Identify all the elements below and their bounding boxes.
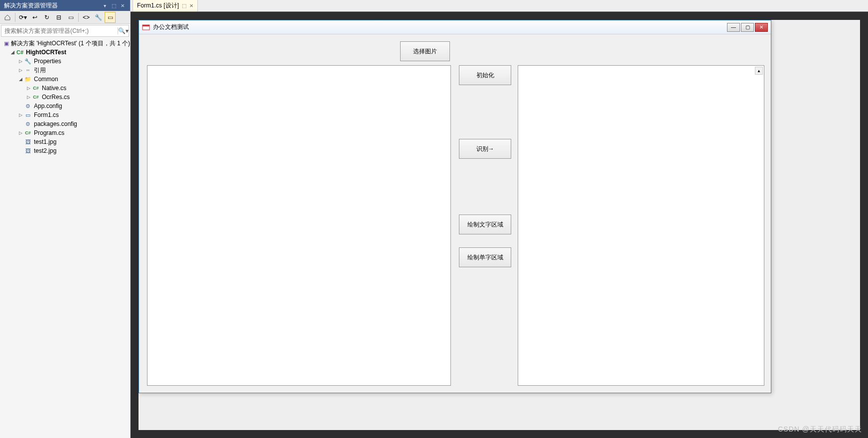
tree-label: test2.jpg [34,147,56,154]
config-file-icon: ⚙ [24,120,32,128]
window-controls: — ▢ ✕ [727,23,768,32]
close-icon[interactable]: ✕ [189,3,193,8]
tree-label: Native.cs [42,85,66,92]
chevron-right-icon[interactable]: ▷ [17,58,24,65]
pin-icon[interactable]: ⬚ [182,3,186,8]
chevron-right-icon[interactable]: ▷ [17,129,24,136]
solution-explorer-toolbar: ⟳▾ ↩ ↻ ⊟ ▭ <> 🔧 ▭ [0,11,130,24]
chevron-down-icon[interactable]: ◢ [9,49,16,56]
winform-title-text: 办公文档测试 [153,23,189,31]
button-label: 绘制单字区域 [467,253,503,262]
tree-file-ocrres[interactable]: ▷ C# OcrRes.cs [0,93,130,102]
csharp-file-icon: C# [24,129,32,137]
winform-client-area[interactable]: 选择图片 初始化 识别→ 绘制文字区域 绘制单字区域 ▲ [139,34,771,393]
tree-file-test1[interactable]: ▷ 🖼 test1.jpg [0,137,130,146]
tree-solution-node[interactable]: ▣ 解决方案 'HightOCRTest' (1 个项目，共 1 个) [0,39,130,48]
tree-label: test1.jpg [34,138,56,145]
show-all-icon[interactable]: ▭ [65,12,76,23]
folder-icon: 📁 [24,75,32,83]
winform-window[interactable]: 办公文档测试 — ▢ ✕ 选择图片 初始化 识别→ [139,20,771,393]
panel-title-controls: ▾ ⬚ ✕ [101,2,126,9]
chevron-right-icon[interactable]: ▷ [17,67,24,74]
maximize-button[interactable]: ▢ [741,23,754,32]
solution-explorer-title: 解决方案资源管理器 [4,1,58,10]
toolbar-separator [15,13,15,22]
solution-icon: ▣ [4,39,9,47]
image-panel[interactable] [147,65,451,386]
refresh-icon[interactable]: ⟳▾ [17,12,28,23]
app-icon [142,23,150,31]
tree-label: App.config [34,103,62,110]
document-tabstrip: Form1.cs [设计] ⬚ ✕ [131,0,868,12]
search-icon[interactable]: 🔍▾ [118,27,129,34]
csharp-file-icon: C# [32,93,40,101]
tree-label: 引用 [34,66,46,75]
toolbar-separator [78,13,79,22]
spacer: ▷ [17,138,24,145]
tree-label: Form1.cs [34,111,59,118]
properties-icon[interactable]: 🔧 [93,12,104,23]
solution-tree[interactable]: ▣ 解决方案 'HightOCRTest' (1 个项目，共 1 个) ◢ C#… [0,38,130,438]
draw-text-area-button[interactable]: 绘制文字区域 [459,215,511,234]
tree-label: 解决方案 'HightOCRTest' (1 个项目，共 1 个) [11,39,130,48]
csharp-file-icon: C# [32,84,40,92]
solution-search-input[interactable] [1,27,118,34]
wrench-icon: 🔧 [24,57,32,65]
preview-icon[interactable]: ▭ [105,12,116,23]
tree-file-appconfig[interactable]: ▷ ⚙ App.config [0,102,130,110]
solution-search[interactable]: 🔍▾ [1,25,129,37]
recognize-button[interactable]: 识别→ [459,139,511,159]
winform-titlebar[interactable]: 办公文档测试 — ▢ ✕ [139,20,771,34]
back-icon[interactable]: ↩ [29,12,40,23]
watermark-text: CSDN @天天代码码天天 [778,425,862,434]
image-file-icon: 🖼 [24,138,32,146]
select-image-button[interactable]: 选择图片 [400,41,450,61]
tree-file-test2[interactable]: ▷ 🖼 test2.jpg [0,146,130,155]
solution-explorer-panel: 解决方案资源管理器 ▾ ⬚ ✕ ⟳▾ ↩ ↻ ⊟ ▭ <> 🔧 ▭ 🔍▾ ▣ 解… [0,0,131,438]
config-file-icon: ⚙ [24,102,32,110]
tree-label: Common [34,76,58,83]
tree-properties-node[interactable]: ▷ 🔧 Properties [0,57,130,66]
minimize-button[interactable]: — [727,23,740,32]
chevron-right-icon[interactable]: ▷ [25,94,32,101]
tree-file-native[interactable]: ▷ C# Native.cs [0,84,130,93]
button-label: 识别→ [476,145,494,153]
svg-rect-1 [143,25,149,26]
tab-label: Form1.cs [设计] [137,1,179,10]
tree-label: Program.cs [34,129,64,136]
init-button[interactable]: 初始化 [459,65,511,85]
designer-surface[interactable]: 办公文档测试 — ▢ ✕ 选择图片 初始化 识别→ [131,12,868,438]
button-label: 选择图片 [413,47,437,56]
scroll-up-icon[interactable]: ▲ [755,67,763,75]
document-tab-form1-design[interactable]: Form1.cs [设计] ⬚ ✕ [133,0,198,11]
draw-char-area-button[interactable]: 绘制单字区域 [459,247,511,267]
chevron-right-icon[interactable]: ▷ [25,85,32,92]
tree-references-node[interactable]: ▷ ▫▫ 引用 [0,66,130,75]
close-icon[interactable]: ✕ [119,2,126,9]
designer-canvas[interactable]: 办公文档测试 — ▢ ✕ 选择图片 初始化 识别→ [139,20,860,430]
tree-label: HightOCRTest [26,49,66,56]
tree-file-form1[interactable]: ▷ ▭ Form1.cs [0,110,130,119]
pin-icon[interactable]: ⬚ [110,2,117,9]
chevron-right-icon[interactable]: ▷ [17,111,24,118]
button-label: 初始化 [476,71,494,80]
tree-file-packages[interactable]: ▷ ⚙ packages.config [0,119,130,128]
panel-menu-icon[interactable]: ▾ [101,2,108,9]
tree-label: Properties [34,58,61,65]
button-label: 绘制文字区域 [467,220,503,229]
tree-project-node[interactable]: ◢ C# HightOCRTest [0,48,130,57]
tree-folder-common[interactable]: ◢ 📁 Common [0,75,130,84]
tree-file-program[interactable]: ▷ C# Program.cs [0,128,130,137]
image-file-icon: 🖼 [24,147,32,155]
sync-icon[interactable]: ↻ [41,12,52,23]
references-icon: ▫▫ [24,66,32,74]
close-button[interactable]: ✕ [755,23,768,32]
tree-label: OcrRes.cs [42,94,70,101]
spacer: ▷ [17,103,24,110]
home-icon[interactable] [2,12,13,23]
chevron-down-icon[interactable]: ◢ [17,76,24,83]
collapse-icon[interactable]: ⊟ [53,12,64,23]
solution-explorer-titlebar: 解决方案资源管理器 ▾ ⬚ ✕ [0,0,130,11]
result-textbox[interactable]: ▲ [518,65,764,386]
code-icon[interactable]: <> [81,12,92,23]
